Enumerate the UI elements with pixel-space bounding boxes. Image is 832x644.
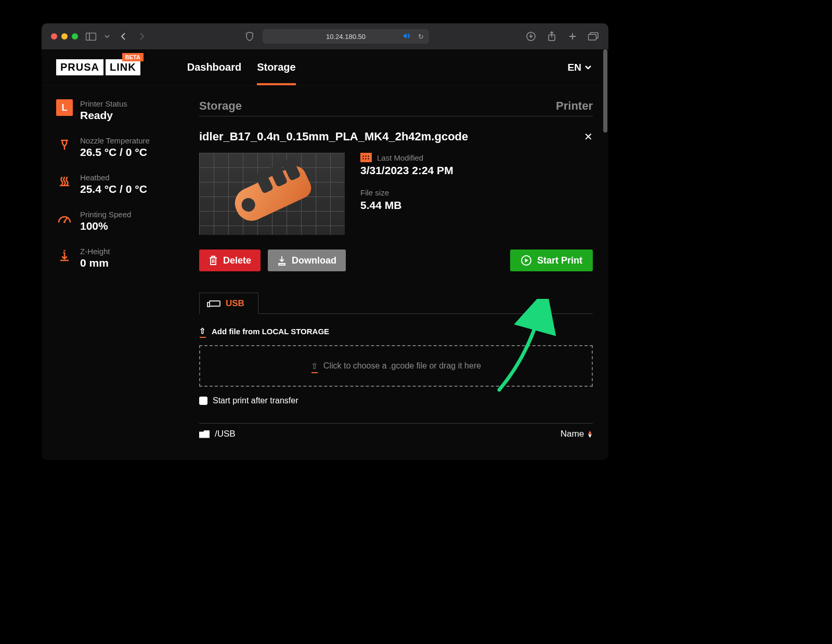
- new-tab-icon[interactable]: [567, 32, 578, 41]
- browser-titlebar: 10.24.180.50 ↻: [42, 23, 608, 49]
- start-after-transfer-label: Start print after transfer: [213, 396, 298, 405]
- trash-icon: [209, 255, 218, 266]
- delete-button[interactable]: Delete: [199, 249, 261, 271]
- speed-icon: [56, 210, 73, 227]
- start-after-transfer-checkbox[interactable]: [199, 397, 207, 405]
- filesize-label: File size: [360, 188, 389, 197]
- svg-rect-5: [589, 34, 596, 40]
- tabs-overview-icon[interactable]: [588, 32, 599, 41]
- heatbed-icon: [56, 173, 73, 190]
- status-sidebar: L Printer Status Ready Nozzle Temperatur…: [56, 99, 178, 460]
- app-nav: BETA PRUSA LINK Dashboard Storage EN: [42, 49, 608, 86]
- start-print-button[interactable]: Start Print: [510, 249, 593, 271]
- beta-badge: BETA: [122, 53, 144, 61]
- page-title: Storage: [199, 99, 242, 113]
- modified-value: 3/31/2023 2:24 PM: [360, 164, 453, 177]
- play-icon: [521, 255, 532, 266]
- nozzle-temp-value: 26.5 °C / 0 °C: [80, 146, 150, 159]
- scrollbar-thumb[interactable]: [603, 49, 607, 133]
- sidebar-toggle-icon[interactable]: [85, 32, 97, 41]
- speed-value: 100%: [80, 220, 131, 232]
- downloads-icon[interactable]: [525, 32, 537, 41]
- sort-label: Name: [561, 429, 584, 439]
- printer-badge: L: [56, 99, 73, 116]
- gcode-preview: [199, 153, 345, 235]
- chevron-down-icon[interactable]: [104, 32, 110, 41]
- close-icon[interactable]: ✕: [584, 130, 593, 143]
- shield-icon[interactable]: [244, 32, 255, 41]
- add-file-link[interactable]: ⇧ Add file from LOCAL STORAGE: [199, 326, 593, 336]
- z-height-label: Z-Height: [80, 247, 110, 256]
- tab-storage[interactable]: Storage: [257, 49, 295, 85]
- download-button[interactable]: Download: [268, 249, 346, 271]
- logo-text-link: LINK: [106, 59, 140, 75]
- modified-label: Last Modified: [377, 153, 423, 162]
- nozzle-icon: [56, 136, 73, 153]
- svg-point-6: [63, 221, 66, 223]
- page-content: BETA PRUSA LINK Dashboard Storage EN L P…: [42, 49, 608, 460]
- maximize-window-button[interactable]: [72, 33, 78, 40]
- heatbed-value: 25.4 °C / 0 °C: [80, 183, 147, 195]
- language-label: EN: [568, 62, 581, 73]
- printer-status-value: Ready: [80, 109, 127, 122]
- tab-dashboard[interactable]: Dashboard: [187, 49, 241, 85]
- nozzle-temp-label: Nozzle Temperature: [80, 136, 150, 145]
- chevron-down-icon: [584, 65, 592, 70]
- calendar-icon: [360, 153, 372, 162]
- window-controls: [51, 33, 78, 40]
- printer-heading: Printer: [556, 99, 593, 113]
- upload-icon: ⇧: [311, 361, 318, 371]
- z-height-icon: Z: [56, 247, 73, 264]
- speed-label: Printing Speed: [80, 210, 131, 219]
- current-path: /USB: [215, 429, 236, 439]
- address-text: 10.24.180.50: [326, 33, 366, 41]
- back-button[interactable]: [118, 32, 129, 41]
- download-icon: [277, 255, 287, 266]
- folder-icon: [199, 430, 210, 438]
- storage-tab-usb[interactable]: USB: [199, 293, 258, 314]
- forward-button[interactable]: [136, 32, 148, 41]
- address-bar[interactable]: 10.24.180.50 ↻: [263, 29, 429, 44]
- upload-icon: ⇧: [199, 326, 206, 336]
- share-icon[interactable]: [546, 32, 557, 41]
- z-height-value: 0 mm: [80, 257, 110, 269]
- svg-rect-0: [86, 33, 96, 40]
- selected-file-name: idler_B17_0.4n_0.15mm_PLA_MK4_2h42m.gcod…: [199, 130, 468, 143]
- close-window-button[interactable]: [51, 33, 57, 40]
- language-selector[interactable]: EN: [568, 62, 592, 73]
- usb-icon: [209, 300, 220, 307]
- audio-icon[interactable]: [403, 33, 410, 41]
- scrollbar[interactable]: [603, 49, 607, 460]
- app-logo[interactable]: BETA PRUSA LINK: [56, 59, 140, 75]
- logo-text-prusa: PRUSA: [56, 59, 103, 75]
- nav-tabs: Dashboard Storage: [187, 49, 296, 85]
- printer-status-label: Printer Status: [80, 99, 127, 108]
- browser-window: 10.24.180.50 ↻: [42, 23, 608, 460]
- file-dropzone[interactable]: ⇧ Click to choose a .gcode file or drag …: [199, 345, 593, 387]
- sort-by-name[interactable]: Name ▲▼: [561, 429, 593, 439]
- filesize-value: 5.44 MB: [360, 199, 453, 212]
- sort-arrows-icon: ▲▼: [587, 430, 593, 438]
- reload-icon[interactable]: ↻: [418, 33, 424, 41]
- main-panel: Storage Printer idler_B17_0.4n_0.15mm_PL…: [199, 99, 593, 460]
- minimize-window-button[interactable]: [61, 33, 68, 40]
- dropzone-text: Click to choose a .gcode file or drag it…: [323, 361, 481, 371]
- heatbed-label: Heatbed: [80, 173, 147, 182]
